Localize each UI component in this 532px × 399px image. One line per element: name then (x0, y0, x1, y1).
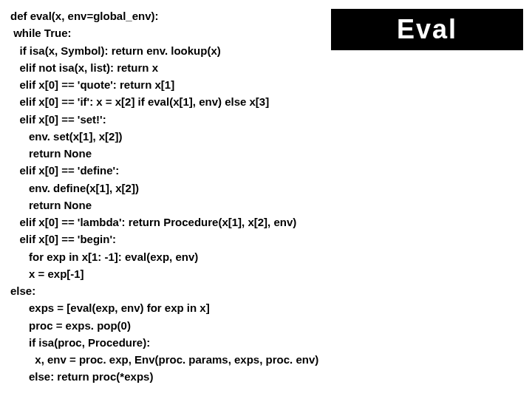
code-line: proc = exps. pop(0) (10, 319, 131, 332)
code-line: if isa(x, Symbol): return env. lookup(x) (10, 44, 221, 57)
code-line: exps = [eval(exp, env) for exp in x] (10, 301, 210, 314)
code-line: while True: (10, 27, 72, 39)
code-line: else: return proc(*exps) (10, 370, 153, 383)
slide-title-box: Eval (331, 9, 523, 50)
code-line: x = exp[-1] (10, 267, 84, 280)
code-line: if isa(proc, Procedure): (10, 336, 150, 349)
code-line: elif x[0] == 'lambda': return Procedure(… (10, 216, 296, 228)
code-line: return None (10, 199, 92, 211)
code-line: elif x[0] == 'define': (10, 164, 119, 177)
code-line: elif not isa(x, list): return x (10, 61, 158, 74)
code-line: def eval(x, env=global_env): (10, 10, 159, 22)
code-line: return None (10, 147, 92, 160)
code-line: elif x[0] == 'begin': (10, 233, 116, 245)
code-line: x, env = proc. exp, Env(proc. params, ex… (10, 353, 318, 366)
code-line: env. set(x[1], x[2]) (10, 130, 122, 143)
code-line: elif x[0] == 'quote': return x[1] (10, 78, 174, 91)
slide-title: Eval (397, 14, 457, 45)
code-block: def eval(x, env=global_env): while True:… (10, 7, 318, 386)
code-line: else: (10, 284, 35, 297)
code-line: elif x[0] == 'if': x = x[2] if eval(x[1]… (10, 95, 269, 108)
code-line: elif x[0] == 'set!': (10, 113, 106, 126)
code-line: for exp in x[1: -1]: eval(exp, env) (10, 250, 198, 263)
code-line: env. define(x[1], x[2]) (10, 182, 139, 194)
